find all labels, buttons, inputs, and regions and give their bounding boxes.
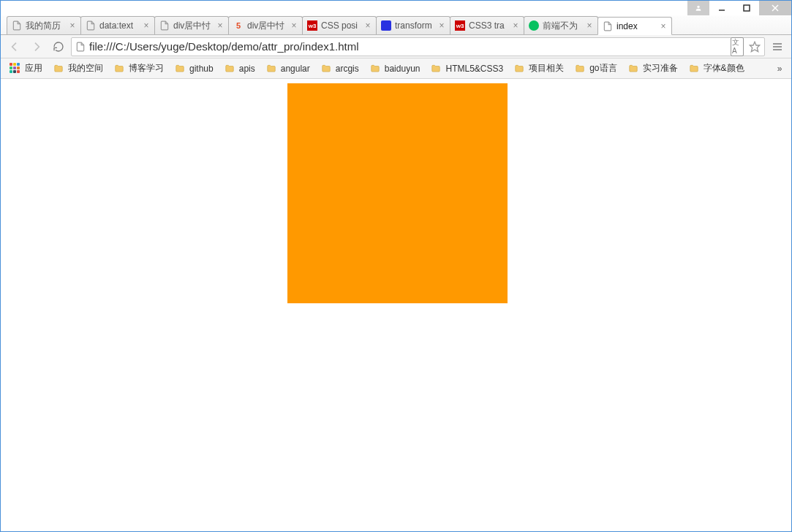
bookmark-11[interactable]: 字体&颜色 bbox=[684, 60, 749, 77]
tab-favicon-0 bbox=[12, 20, 22, 31]
bookmark-0[interactable]: 我的空间 bbox=[48, 60, 108, 77]
tab-favicon-2 bbox=[159, 20, 170, 31]
tab-close-1[interactable]: × bbox=[141, 20, 151, 31]
bookmark-label-1: 博客学习 bbox=[129, 62, 164, 75]
maximize-button[interactable] bbox=[734, 1, 759, 15]
tab-favicon-1 bbox=[86, 20, 96, 31]
tab-label-1: data:text bbox=[99, 20, 141, 31]
bookmark-2[interactable]: github bbox=[170, 60, 218, 77]
tab-8[interactable]: index× bbox=[597, 17, 672, 35]
bookmark-3[interactable]: apis bbox=[219, 60, 260, 77]
tab-favicon-6: w3 bbox=[455, 20, 465, 31]
back-button[interactable] bbox=[5, 37, 24, 56]
bookmark-label-3: apis bbox=[239, 64, 255, 74]
tab-label-0: 我的简历 bbox=[26, 20, 67, 32]
folder-icon bbox=[369, 64, 381, 74]
tab-1[interactable]: data:text× bbox=[80, 16, 155, 34]
minimize-button[interactable] bbox=[709, 1, 734, 15]
bookmark-label-9: go语言 bbox=[589, 62, 616, 75]
svg-rect-2 bbox=[744, 5, 750, 11]
tab-label-3: div居中忖 bbox=[247, 20, 289, 32]
bookmark-8[interactable]: 项目相关 bbox=[509, 60, 568, 77]
bookmark-star-icon[interactable] bbox=[748, 37, 761, 56]
orange-box bbox=[287, 83, 508, 303]
tab-5[interactable]: transform× bbox=[376, 16, 450, 34]
bookmark-label-0: 我的空间 bbox=[68, 62, 103, 75]
folder-icon bbox=[53, 64, 64, 74]
tab-0[interactable]: 我的简历× bbox=[7, 16, 81, 34]
menu-button[interactable] bbox=[768, 37, 787, 56]
folder-icon bbox=[265, 64, 277, 74]
bookmark-4[interactable]: angular bbox=[261, 60, 314, 77]
apps-icon bbox=[10, 63, 21, 75]
tab-favicon-8 bbox=[603, 21, 613, 31]
tab-close-0[interactable]: × bbox=[67, 20, 78, 31]
tab-close-6[interactable]: × bbox=[510, 20, 521, 31]
bookmark-label-11: 字体&颜色 bbox=[704, 62, 744, 75]
tab-4[interactable]: w3CSS posi× bbox=[302, 16, 377, 34]
bookmark-label-6: baiduyun bbox=[385, 64, 420, 74]
translate-icon[interactable]: 文A bbox=[731, 37, 744, 56]
bookmark-10[interactable]: 实习准备 bbox=[623, 60, 682, 77]
tab-label-8: index bbox=[616, 21, 658, 31]
window-titlebar bbox=[1, 1, 791, 15]
tab-label-4: CSS posi bbox=[321, 20, 363, 31]
tab-favicon-7 bbox=[529, 20, 539, 31]
bookmark-9[interactable]: go语言 bbox=[570, 60, 621, 77]
folder-icon bbox=[430, 64, 442, 74]
svg-marker-5 bbox=[750, 42, 759, 51]
reload-button[interactable] bbox=[49, 37, 68, 56]
close-button[interactable] bbox=[759, 1, 791, 15]
tab-label-6: CSS3 tra bbox=[469, 20, 510, 31]
apps-label: 应用 bbox=[25, 62, 42, 75]
browser-toolbar: file:///C:/Users/yuge/Desktop/demo/attr_… bbox=[1, 35, 791, 58]
forward-button[interactable] bbox=[27, 37, 46, 56]
folder-icon bbox=[113, 64, 125, 74]
bookmark-7[interactable]: HTML5&CSS3 bbox=[426, 60, 508, 77]
tab-2[interactable]: div居中忖× bbox=[154, 16, 229, 34]
folder-icon bbox=[574, 64, 586, 74]
bookmarks-overflow-button[interactable]: » bbox=[772, 64, 787, 74]
tab-close-5[interactable]: × bbox=[437, 20, 447, 31]
tab-label-7: 前端不为 bbox=[543, 20, 584, 32]
page-viewport bbox=[1, 79, 791, 531]
folder-icon bbox=[320, 64, 332, 74]
tab-close-3[interactable]: × bbox=[289, 20, 299, 31]
tab-label-2: div居中忖 bbox=[173, 20, 215, 32]
bookmark-label-8: 项目相关 bbox=[529, 62, 564, 75]
tab-close-4[interactable]: × bbox=[363, 20, 373, 31]
tab-close-2[interactable]: × bbox=[215, 20, 225, 31]
bookmark-label-10: 实习准备 bbox=[643, 62, 678, 75]
bookmark-5[interactable]: arcgis bbox=[316, 60, 363, 77]
bookmark-1[interactable]: 博客学习 bbox=[109, 60, 168, 77]
bookmark-6[interactable]: baiduyun bbox=[365, 60, 425, 77]
tab-6[interactable]: w3CSS3 tra× bbox=[450, 16, 524, 34]
tab-label-5: transform bbox=[395, 20, 437, 31]
file-icon bbox=[75, 42, 86, 52]
tab-favicon-3: 5 bbox=[233, 20, 244, 31]
folder-icon bbox=[174, 64, 186, 74]
tab-close-7[interactable]: × bbox=[584, 20, 595, 31]
folder-icon bbox=[513, 64, 525, 74]
apps-shortcut[interactable]: 应用 bbox=[5, 60, 47, 77]
tab-favicon-4: w3 bbox=[307, 20, 317, 31]
bookmark-label-2: github bbox=[189, 64, 214, 74]
svg-point-0 bbox=[697, 6, 699, 8]
user-icon[interactable] bbox=[687, 1, 709, 15]
tab-7[interactable]: 前端不为× bbox=[524, 16, 598, 34]
bookmark-label-7: HTML5&CSS3 bbox=[445, 64, 503, 74]
bookmarks-bar: 应用 我的空间博客学习githubapisangulararcgisbaiduy… bbox=[1, 58, 791, 79]
folder-icon bbox=[224, 64, 235, 74]
bookmark-label-5: arcgis bbox=[336, 64, 359, 74]
bookmark-label-4: angular bbox=[281, 64, 310, 74]
tab-close-8[interactable]: × bbox=[658, 21, 668, 31]
tab-favicon-5 bbox=[381, 20, 391, 31]
url-text: file:///C:/Users/yuge/Desktop/demo/attr_… bbox=[86, 40, 731, 53]
folder-icon bbox=[688, 64, 700, 74]
tab-3[interactable]: 5div居中忖× bbox=[228, 16, 303, 34]
tab-strip: 我的简历×data:text×div居中忖×5div居中忖×w3CSS posi… bbox=[1, 15, 791, 35]
address-bar[interactable]: file:///C:/Users/yuge/Desktop/demo/attr_… bbox=[71, 37, 765, 56]
folder-icon bbox=[627, 64, 639, 74]
